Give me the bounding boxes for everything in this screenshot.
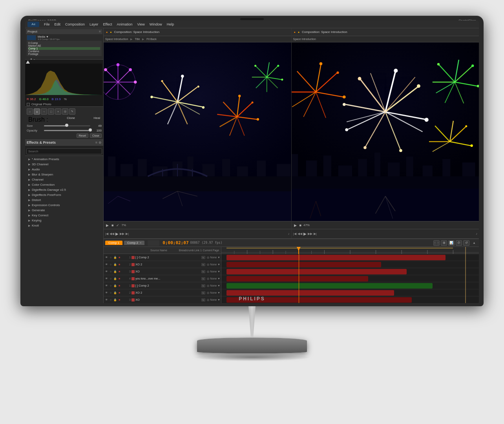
ctrl-fwd-left[interactable]: ▶▶ — [120, 232, 124, 236]
tl-layer-row-4[interactable]: 👁 ○ 🔒 ■ 4 you kno...ove me... — [104, 275, 221, 282]
tl-layer-row-1[interactable]: 👁 ○ 🔒 ■ 1 [ ] Comp 2 — [104, 254, 221, 261]
tl-label-6[interactable]: ■ — [117, 291, 121, 295]
breadcrumb-tab-right[interactable]: Space Introduction — [293, 38, 316, 40]
project-list-item-1[interactable]: 0 Comp — [28, 42, 100, 44]
effect-knoll[interactable]: ▶ Knoll — [25, 223, 103, 228]
tl-solo-1[interactable]: ○ — [109, 256, 113, 260]
effect-digieffects-freeform[interactable]: ▶ Digieffects FreeForm — [25, 192, 103, 197]
menu-composition[interactable]: Composition — [65, 22, 85, 26]
timeline-time-display[interactable]: 0;00;02;07 — [163, 240, 188, 245]
tool-circle-btn[interactable]: ○ — [27, 108, 33, 115]
timeline-close-comp2[interactable]: × — [140, 241, 141, 244]
tl-solo-3[interactable]: ○ — [109, 270, 113, 274]
tl-fx-btn-3[interactable]: fx — [201, 270, 206, 273]
tl-eye-2[interactable]: 👁 — [104, 263, 108, 267]
tl-label-7[interactable]: ■ — [117, 298, 121, 302]
comp-viewer-right-close[interactable]: ● — [294, 31, 296, 33]
tl-btn-1[interactable]: ⋮⋮ — [433, 240, 440, 246]
effects-menu-icon[interactable]: ≡ — [95, 141, 97, 144]
histogram-toggle[interactable] — [26, 60, 30, 64]
tl-solo-7[interactable]: ○ — [109, 298, 113, 302]
tl-dropdown-arrow-1[interactable]: ▼ — [217, 256, 220, 259]
effect-distort[interactable]: ▶ Distort — [25, 197, 103, 203]
effect-generate[interactable]: ▶ Generate — [25, 208, 103, 213]
effect-color-correction[interactable]: ▶ Color Correction — [25, 182, 103, 187]
effect-channel[interactable]: ▶ Channel — [25, 177, 103, 182]
tl-expand-btn[interactable]: ▲ — [473, 241, 476, 245]
tl-label-4[interactable]: ■ — [117, 277, 121, 281]
tl-solo-5[interactable]: ○ — [109, 284, 113, 288]
tl-label-5[interactable]: ■ — [117, 284, 121, 288]
tl-label-1[interactable]: ■ — [117, 256, 121, 260]
tl-lock-5[interactable]: 🔒 — [113, 284, 117, 288]
tl-btn-2[interactable]: ⊞ — [441, 240, 447, 246]
menu-layer[interactable]: Layer — [89, 22, 99, 26]
timeline-tab-comp1[interactable]: Comp 1 — [105, 241, 122, 245]
ctrl-prev-left[interactable]: |◀ — [105, 232, 108, 236]
tl-solo-2[interactable]: ○ — [109, 263, 113, 267]
menu-window[interactable]: Window — [150, 22, 162, 26]
tl-label-2[interactable]: ■ — [117, 263, 121, 267]
tl-fx-btn-5[interactable]: fx — [201, 284, 206, 287]
size-slider-thumb[interactable] — [65, 124, 68, 127]
ctrl-stop-right[interactable]: ■ — [299, 223, 302, 227]
effects-search-input[interactable] — [26, 148, 102, 154]
tl-dropdown-arrow-5[interactable]: ▼ — [217, 284, 220, 287]
clone-label[interactable]: Clone — [67, 116, 75, 123]
tl-lock-3[interactable]: 🔒 — [113, 270, 117, 274]
project-list-item-4[interactable]: Footage — [28, 53, 100, 55]
ctrl-back-right[interactable]: ◀◀ — [298, 232, 302, 236]
size-slider-track[interactable] — [44, 125, 90, 126]
tl-eye-7[interactable]: 👁 — [104, 298, 108, 302]
project-item-1[interactable]: Media ▼ 4:3 Comp / 29.97 fps — [27, 35, 102, 40]
close-button[interactable]: Close — [90, 133, 102, 138]
ctrl-play2-left[interactable]: ▶ — [115, 232, 119, 236]
tl-layer-row-3[interactable]: 👁 ○ 🔒 ■ 3 XO — [104, 268, 221, 275]
effects-pin-icon[interactable]: ⊕ — [99, 141, 102, 144]
comp-viewer-right-min[interactable]: ● — [298, 31, 299, 33]
breadcrumb-tab-left[interactable]: Space Introduction — [105, 38, 128, 40]
tool-arrow-btn[interactable]: → — [41, 108, 47, 115]
menu-help[interactable]: Help — [167, 22, 174, 26]
ctrl-fwd-right[interactable]: ▶▶ — [308, 232, 312, 236]
tl-solo-4[interactable]: ○ — [109, 277, 113, 281]
effect-expression-controls[interactable]: ▶ Expression Controls — [25, 203, 103, 208]
tl-eye-5[interactable]: 👁 — [104, 284, 108, 288]
tl-layer-row-7[interactable]: 👁 ○ 🔒 ■ 3 XO — [104, 296, 221, 303]
ctrl-play-right[interactable]: ▶ — [293, 223, 298, 227]
comp-viewer-left-close[interactable]: ● — [106, 31, 108, 33]
ctrl-play-left[interactable]: ▶ — [105, 223, 110, 227]
tl-eye-1[interactable]: 👁 — [104, 256, 108, 260]
tool-rect-btn[interactable]: □ — [48, 108, 54, 115]
ctrl-back-left[interactable]: ◀◀ — [110, 232, 114, 236]
comp-viewer-left-min[interactable]: ● — [110, 31, 111, 33]
effect-animation-presets[interactable]: ▶ * Animation Presets — [25, 157, 103, 162]
effect-digieffects-damage[interactable]: ▶ Digieffects Damage v2.5 — [25, 187, 103, 192]
heal-label[interactable]: Heal — [94, 116, 100, 123]
tl-lock-6[interactable]: 🔒 — [113, 291, 117, 295]
tl-layer-row-2[interactable]: 👁 ○ 🔒 ■ 2 XO 2 — [104, 261, 221, 268]
menu-animation[interactable]: Animation — [117, 22, 132, 26]
effect-keying[interactable]: ▶ Keying — [25, 218, 103, 223]
tl-dropdown-arrow-6[interactable]: ▼ — [217, 291, 220, 294]
tl-eye-4[interactable]: 👁 — [104, 277, 108, 281]
tl-btn-5[interactable]: ↺ — [463, 240, 469, 246]
menu-file[interactable]: File — [44, 22, 50, 26]
timeline-tab-comp2[interactable]: Comp 2 × — [124, 241, 144, 245]
project-list-item-active[interactable]: Comp 1 — [28, 47, 100, 50]
tl-fx-btn-2[interactable]: fx — [201, 263, 206, 266]
tool-cross-btn[interactable]: + — [55, 108, 61, 115]
tl-fx-btn-1[interactable]: fx — [201, 256, 206, 259]
tl-label-3[interactable]: ■ — [117, 270, 121, 274]
opacity-slider-thumb[interactable] — [89, 128, 92, 132]
tl-dropdown-arrow-7[interactable]: ▼ — [217, 298, 220, 301]
tl-lock-1[interactable]: 🔒 — [113, 256, 117, 260]
ctrl-audio-right[interactable]: ♪ — [476, 232, 477, 236]
project-panel-menu[interactable]: ≡ — [99, 30, 101, 33]
project-list-item-3[interactable]: Contains — [28, 50, 100, 53]
tool-eye-btn[interactable]: ◎ — [62, 108, 68, 115]
project-list-item-2[interactable]: Marker AE — [28, 44, 100, 47]
menu-view[interactable]: View — [137, 22, 144, 26]
tl-eye-3[interactable]: 👁 — [104, 270, 108, 274]
ctrl-next-right[interactable]: ▶| — [314, 232, 317, 236]
